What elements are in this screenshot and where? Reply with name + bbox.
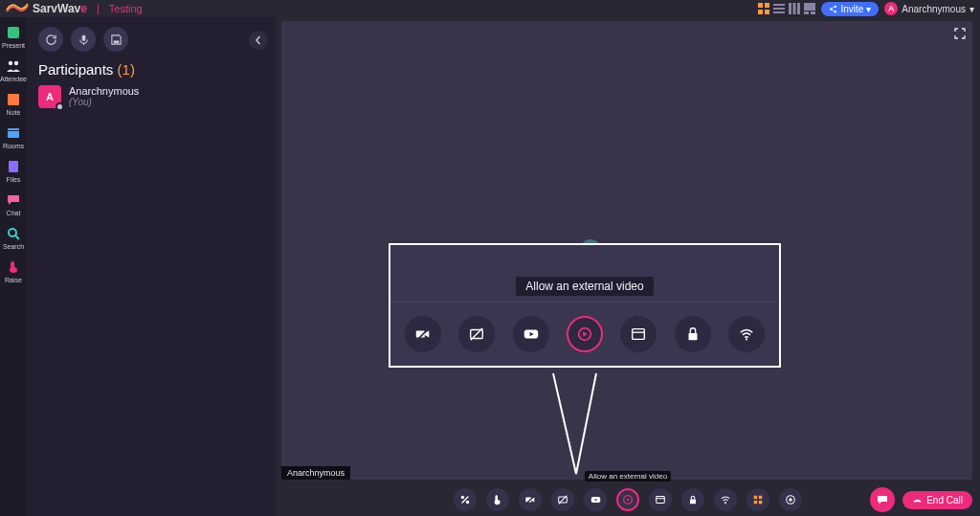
svg-rect-4 xyxy=(773,4,785,6)
logo-text: SarvWave xyxy=(33,2,87,15)
raise-icon xyxy=(6,259,21,275)
files-icon xyxy=(6,159,21,174)
chat-icon xyxy=(6,192,21,208)
svg-rect-1 xyxy=(765,3,769,8)
svg-rect-7 xyxy=(789,3,791,14)
rail-attendee[interactable]: Attendee xyxy=(0,56,27,84)
svg-rect-50 xyxy=(754,496,757,499)
end-call-label: End Call xyxy=(926,495,963,505)
rail-chat[interactable]: Chat xyxy=(0,191,27,218)
rail-label: Search xyxy=(3,243,24,250)
window-icon xyxy=(630,325,647,343)
grid-icon xyxy=(752,494,764,505)
screen-off-icon xyxy=(468,325,485,343)
layout-list-icon[interactable] xyxy=(773,3,785,14)
screen-off-icon xyxy=(557,494,568,505)
svg-rect-11 xyxy=(804,11,809,14)
participants-panel: Participants (1) A Anarchnymous (You) xyxy=(27,17,276,516)
rail-search[interactable]: Search xyxy=(0,224,27,252)
dock-inner xyxy=(454,488,802,511)
svg-point-49 xyxy=(724,503,726,505)
layout-focus-icon[interactable] xyxy=(804,3,815,14)
hand-icon xyxy=(492,494,503,505)
rail-files[interactable]: Files xyxy=(0,157,27,185)
chevron-left-icon xyxy=(254,35,263,45)
brand-b: Wav xyxy=(57,2,80,15)
end-call-button[interactable]: End Call xyxy=(902,491,972,509)
dock-window-button[interactable] xyxy=(649,488,672,511)
save-button[interactable] xyxy=(103,27,128,52)
dock-hand-button[interactable] xyxy=(486,488,509,511)
window-button[interactable] xyxy=(620,316,657,352)
app-root: SarvWave | Testing Invite ▾ A Anarchnymo… xyxy=(0,0,980,516)
participant-row[interactable]: A Anarchnymous (You) xyxy=(38,85,264,108)
svg-rect-9 xyxy=(797,3,800,14)
participant-you: (You) xyxy=(69,97,139,107)
wifi-icon xyxy=(720,494,731,505)
refresh-button[interactable] xyxy=(38,27,63,52)
attendee-icon xyxy=(6,58,21,74)
dock-grid-button[interactable] xyxy=(746,488,769,511)
chat-fab[interactable] xyxy=(870,487,895,512)
layout-grid-icon[interactable] xyxy=(758,3,769,14)
svg-rect-19 xyxy=(8,94,19,105)
participant-info: Anarchnymous (You) xyxy=(69,85,139,107)
refresh-icon xyxy=(45,34,57,46)
logo[interactable]: SarvWave xyxy=(6,2,87,15)
callout-icons xyxy=(390,303,779,366)
room-name: Testing xyxy=(109,3,143,14)
camera-off-button[interactable] xyxy=(405,316,441,352)
dock-record-button[interactable] xyxy=(779,488,802,511)
dock-percent-button[interactable] xyxy=(454,488,477,511)
lock-button[interactable] xyxy=(675,316,711,352)
svg-rect-46 xyxy=(657,497,665,504)
wifi-button[interactable] xyxy=(728,316,765,352)
user-menu[interactable]: A Anarchnymous ▾ xyxy=(884,2,974,15)
svg-rect-21 xyxy=(8,130,19,131)
dock-camera-off-button[interactable] xyxy=(519,488,542,511)
dock-wifi-button[interactable] xyxy=(714,488,737,511)
dock-external-video-button[interactable] xyxy=(616,488,639,511)
svg-rect-8 xyxy=(793,3,796,14)
callout-inner: Allow an external video xyxy=(390,245,779,366)
mic-button[interactable] xyxy=(71,27,96,52)
dock-screen-off-button[interactable] xyxy=(551,488,574,511)
invite-button[interactable]: Invite ▾ xyxy=(821,2,879,16)
svg-rect-53 xyxy=(759,501,762,504)
rail-rooms[interactable]: Rooms xyxy=(0,123,27,151)
dock-lock-button[interactable] xyxy=(681,488,704,511)
dock-youtube-button[interactable] xyxy=(584,488,607,511)
svg-rect-3 xyxy=(765,10,769,14)
collapse-panel-button[interactable] xyxy=(249,31,268,50)
svg-point-15 xyxy=(835,10,836,11)
rail-label: Files xyxy=(7,176,21,183)
rail-present[interactable]: Present xyxy=(0,23,27,51)
external-video-icon xyxy=(576,325,593,343)
rooms-icon xyxy=(6,125,21,141)
svg-rect-33 xyxy=(633,329,645,340)
svg-rect-2 xyxy=(758,10,763,14)
svg-point-13 xyxy=(835,5,836,7)
layout-columns-icon[interactable] xyxy=(789,3,800,14)
youtube-button[interactable] xyxy=(513,316,549,352)
rail-label: Present xyxy=(2,42,25,49)
svg-rect-48 xyxy=(690,500,696,505)
topbar-separator: | xyxy=(97,3,100,14)
share-icon xyxy=(829,5,837,13)
external-video-button[interactable] xyxy=(567,316,603,352)
caret-down-icon: ▾ xyxy=(969,4,974,14)
fullscreen-button[interactable] xyxy=(951,25,969,42)
caret-down-icon: ▾ xyxy=(866,4,871,14)
mic-icon xyxy=(78,34,90,46)
rail-note[interactable]: Note xyxy=(0,90,27,118)
body: Present Attendee Note Rooms Files Chat xyxy=(0,17,980,516)
wifi-icon xyxy=(738,325,755,343)
svg-point-38 xyxy=(466,501,469,504)
expand-icon xyxy=(954,28,966,39)
lock-icon xyxy=(684,325,702,343)
brand-a: Sarv xyxy=(33,2,57,15)
rail-raise[interactable]: Raise xyxy=(0,258,27,285)
video-stage: Allow an external video xyxy=(281,21,972,480)
screen-off-button[interactable] xyxy=(458,316,495,352)
window-icon xyxy=(655,494,666,505)
